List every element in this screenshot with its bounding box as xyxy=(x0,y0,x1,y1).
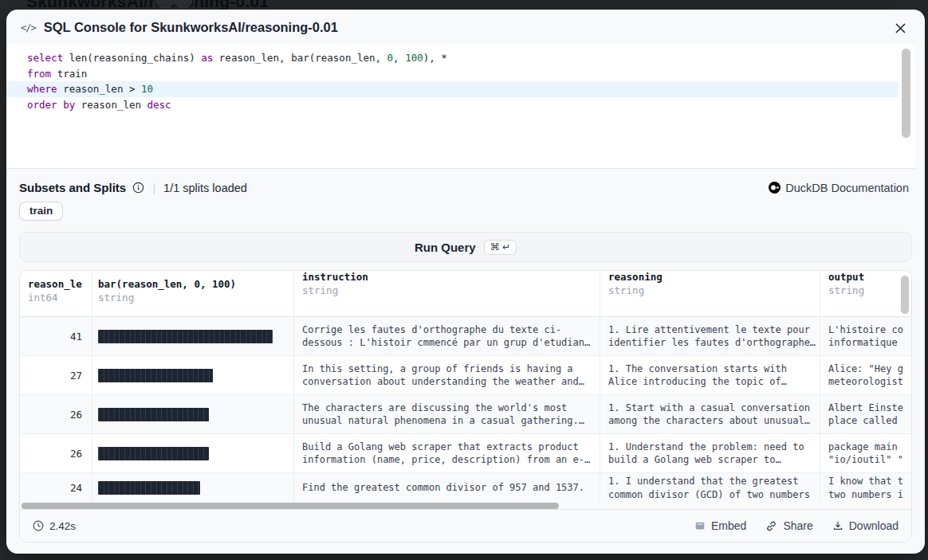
instruction-text: The characters are discussing the world'… xyxy=(302,401,584,428)
sql-editor-line[interactable]: from train xyxy=(6,66,899,82)
bar-chart xyxy=(98,481,200,495)
embed-icon xyxy=(694,520,706,531)
cell-bar xyxy=(92,356,294,394)
table-row: 27In this setting, a group of friends is… xyxy=(20,356,911,395)
output-text: L'histoire co informatique xyxy=(828,323,903,350)
cell-output: Alice: "Hey g meteorologist xyxy=(820,356,911,394)
code-icon: </> xyxy=(21,22,36,33)
instruction-text: Build a Golang web scraper that extracts… xyxy=(302,441,590,467)
column-name: reasoning xyxy=(608,271,812,283)
sql-editor-line[interactable]: select len(reasoning_chains) as reason_l… xyxy=(6,50,899,66)
sql-token: from xyxy=(27,68,51,80)
cell-bar xyxy=(92,434,294,472)
cell-bar xyxy=(92,395,294,433)
split-chip-train[interactable]: train xyxy=(19,202,63,221)
subsets-splits-label: Subsets and Splits xyxy=(19,181,126,194)
duckdb-logo-icon xyxy=(769,182,781,194)
bar-chart xyxy=(98,447,209,460)
clock-icon xyxy=(33,520,44,531)
table-vertical-scrollbar-thumb[interactable] xyxy=(901,276,909,314)
sql-editor-active-line[interactable]: where reason_len > 10 xyxy=(6,81,899,97)
cell-reasoning: 1. Start with a casual conversation amon… xyxy=(600,395,820,433)
cell-instruction: Find the greatest common divisor of 957 … xyxy=(294,473,600,503)
column-header-instruction[interactable]: instructionstring xyxy=(294,271,600,316)
column-header-bar-reason-len-0-100-[interactable]: bar(reason_len, 0, 100)string xyxy=(92,271,294,316)
instruction-text: Find the greatest common divisor of 957 … xyxy=(302,481,584,495)
reasoning-text: 1. I understand that the greatest common… xyxy=(608,475,810,501)
cell-reason-len: 26 xyxy=(20,434,92,472)
cell-reasoning: 1. The conversation starts with Alice in… xyxy=(600,356,820,394)
cell-reason-len: 26 xyxy=(20,395,92,433)
cell-bar xyxy=(92,473,294,503)
cell-instruction: Corrige les fautes d'orthographe du text… xyxy=(294,317,600,355)
sql-token: len(reasoning_chains) xyxy=(63,52,201,64)
results-card: reason_lenint64bar(reason_len, 0, 100)st… xyxy=(19,270,912,542)
sql-token: as xyxy=(201,52,213,64)
cell-instruction: In this setting, a group of friends is h… xyxy=(294,356,600,394)
cell-reason-len: 41 xyxy=(20,317,92,355)
column-name: reason_len xyxy=(28,278,82,290)
sql-token: 10 xyxy=(141,83,153,95)
column-header-output[interactable]: outputstring xyxy=(820,271,911,316)
sql-token: train xyxy=(51,68,87,80)
query-duration: 2.42s xyxy=(49,520,76,532)
table-row: 24Find the greatest common divisor of 95… xyxy=(20,473,911,503)
sql-token: by xyxy=(63,99,75,111)
reasoning-text: 1. Lire attentivement le texte pour iden… xyxy=(608,323,816,350)
modal-title: SQL Console for SkunkworksAI/reasoning-0… xyxy=(44,20,338,35)
reasoning-text: 1. The conversation starts with Alice in… xyxy=(608,362,787,389)
modal-header: </> SQL Console for SkunkworksAI/reasoni… xyxy=(6,10,925,45)
table-horizontal-scrollbar-thumb[interactable] xyxy=(22,503,559,509)
keyboard-shortcut-badge: ⌘ ↵ xyxy=(484,240,517,255)
embed-button[interactable]: Embed xyxy=(694,519,746,532)
instruction-text: In this setting, a group of friends is h… xyxy=(302,362,584,389)
output-text: Albert Einste place called xyxy=(828,401,903,428)
column-type: int64 xyxy=(28,292,82,303)
divider: | xyxy=(152,181,155,194)
sql-editor[interactable]: select len(reasoning_chains) as reason_l… xyxy=(6,45,915,169)
cell-output: package main "io/ioutil" " xyxy=(820,434,911,472)
column-header-reasoning[interactable]: reasoningstring xyxy=(600,271,820,316)
sql-editor-line[interactable]: order by reason_len desc xyxy=(6,97,899,113)
reasoning-text: 1. Understand the problem: need to build… xyxy=(608,441,804,467)
table-row: 26The characters are discussing the worl… xyxy=(20,395,911,434)
splits-loaded-text: 1/1 splits loaded xyxy=(163,182,247,194)
sql-token: reason_len xyxy=(75,99,147,111)
column-type: string xyxy=(608,284,812,296)
cell-reason-len: 24 xyxy=(20,473,92,503)
bar-chart xyxy=(98,408,209,421)
duckdb-documentation-link[interactable]: DuckDB Documentation xyxy=(769,182,909,194)
output-text: I know that t two numbers i xyxy=(828,475,903,501)
sql-token: reason_len, bar(reason_len, xyxy=(213,52,387,64)
column-name: output xyxy=(828,271,903,283)
output-text: package main "io/ioutil" " xyxy=(828,441,903,467)
run-query-label: Run Query xyxy=(415,241,476,254)
column-header-reason-len[interactable]: reason_lenint64 xyxy=(20,271,92,316)
cell-output: L'histoire co informatique xyxy=(820,317,911,355)
instruction-text: Corrige les fautes d'orthographe du text… xyxy=(302,323,590,350)
table-row: 26Build a Golang web scraper that extrac… xyxy=(20,434,911,473)
share-button[interactable]: Share xyxy=(765,519,812,532)
table-header-row: reason_lenint64bar(reason_len, 0, 100)st… xyxy=(20,271,911,317)
column-type: string xyxy=(302,284,592,296)
sql-token: desc xyxy=(147,99,171,111)
sql-token: select xyxy=(27,52,63,64)
download-button[interactable]: Download xyxy=(832,519,899,532)
table-row: 41Corrige les fautes d'orthographe du te… xyxy=(20,317,911,356)
share-icon xyxy=(765,520,777,532)
download-label: Download xyxy=(849,519,899,532)
cell-output: Albert Einste place called xyxy=(820,395,911,433)
info-icon[interactable] xyxy=(132,182,144,194)
close-icon[interactable] xyxy=(891,19,909,37)
reasoning-text: 1. Start with a casual conversation amon… xyxy=(608,401,810,428)
embed-label: Embed xyxy=(711,519,746,532)
cell-instruction: Build a Golang web scraper that extracts… xyxy=(294,434,600,472)
editor-scrollbar-thumb[interactable] xyxy=(902,49,910,138)
cell-bar xyxy=(92,317,294,355)
sql-token: ), * xyxy=(423,52,447,64)
results-footer: 2.42s EmbedShareDownload xyxy=(20,509,911,542)
sql-token: reason_len > xyxy=(57,83,141,95)
run-query-button[interactable]: Run Query ⌘ ↵ xyxy=(19,232,912,262)
sql-token: 0 xyxy=(387,52,394,64)
bar-chart xyxy=(98,330,273,343)
